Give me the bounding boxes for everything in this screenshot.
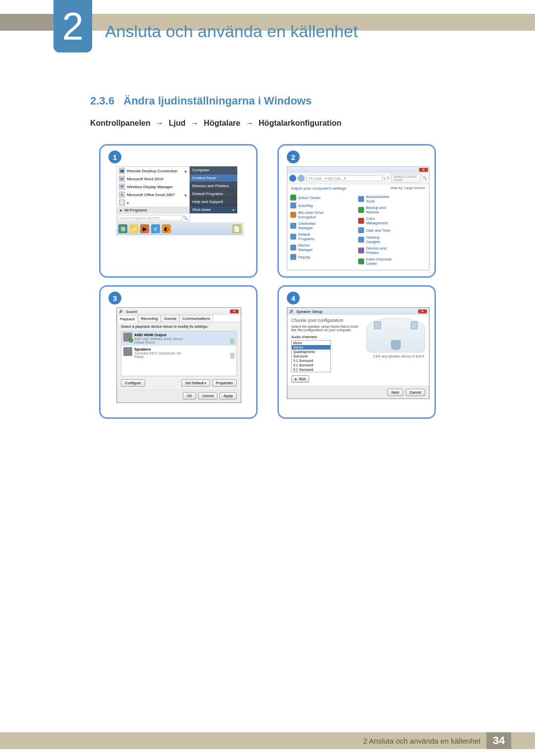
channels-listbox[interactable]: MonoStereoQuadraphonicSurround5.1 Surrou… bbox=[291, 340, 331, 372]
search-input[interactable]: Search programs and files bbox=[118, 215, 182, 221]
start-menu-right-item[interactable]: Default Programs bbox=[190, 190, 237, 198]
window-titlebar: 🔊 Speaker Setup ✕ bbox=[287, 308, 429, 315]
set-default-button[interactable]: Set Default bbox=[181, 379, 210, 387]
start-menu-right-item[interactable]: Devices and Printers bbox=[190, 182, 237, 190]
control-panel-item[interactable]: Date and Time bbox=[358, 226, 392, 234]
search-input[interactable]: Search Control Panel bbox=[391, 174, 421, 183]
test-button[interactable]: ▶ Test bbox=[291, 375, 309, 383]
path-field[interactable]: « ▸ Cont... ▸ All Cont... ▸ bbox=[306, 175, 382, 181]
nav-forward-icon[interactable] bbox=[298, 175, 305, 182]
tab-playback[interactable]: Playback bbox=[117, 315, 138, 322]
start-search-row: Search programs and files 🔍 bbox=[117, 214, 189, 222]
control-panel-item[interactable]: Color Management bbox=[358, 215, 392, 226]
properties-button[interactable]: Properties bbox=[212, 379, 237, 387]
cancel-button[interactable]: Cancel bbox=[198, 392, 217, 400]
channel-option[interactable]: Stereo bbox=[292, 345, 330, 350]
cp-header-row: Adjust your computer's settings View by:… bbox=[287, 184, 429, 193]
channel-option[interactable]: 5.1 Surround bbox=[292, 358, 330, 363]
channel-option[interactable]: 5.1 Surround bbox=[292, 363, 330, 367]
shutdown-button[interactable]: Shut down ▸ bbox=[190, 206, 237, 213]
cp-item-label: AutoPlay bbox=[298, 203, 313, 208]
taskbar-ie-icon[interactable]: e bbox=[151, 224, 160, 233]
start-menu-left: 📺Remote Desktop Connection▶WMicrosoft Wo… bbox=[116, 166, 190, 222]
taskbar-app-icon[interactable]: ◐ bbox=[162, 224, 171, 233]
control-panel-window: ✕ « ▸ Cont... ▸ All Cont... ▸ ▾ ↻ Search… bbox=[287, 166, 429, 270]
close-icon[interactable]: ✕ bbox=[419, 168, 428, 172]
cp-item-label: Devices and Printers bbox=[366, 246, 392, 255]
section-heading: Ändra ljudinställningarna i Windows bbox=[123, 95, 312, 107]
control-panel-item[interactable]: Devices and Printers bbox=[358, 245, 392, 256]
start-menu-item[interactable]: ⚙Wireless Display Manager bbox=[117, 183, 189, 191]
control-panel-item[interactable]: Backup and Restore bbox=[358, 204, 392, 215]
configure-button[interactable]: Configure bbox=[121, 379, 145, 387]
search-icon: 🔍 bbox=[182, 216, 188, 220]
cp-item-label: Default Programs bbox=[298, 232, 324, 241]
channel-option[interactable]: Surround bbox=[292, 354, 330, 358]
start-orb-icon[interactable]: ⊞ bbox=[118, 224, 127, 233]
cp-item-icon bbox=[358, 218, 364, 224]
triangle-icon: ▶ bbox=[120, 208, 122, 212]
submenu-arrow-icon: ▶ bbox=[185, 169, 187, 173]
cp-item-label: Desktop Gadgets bbox=[366, 235, 392, 244]
close-icon[interactable]: ✕ bbox=[418, 309, 427, 313]
section-number: 2.3.6 bbox=[90, 95, 114, 107]
start-menu-right-item[interactable]: Control Panel bbox=[190, 174, 237, 182]
cp-item-label: Date and Time bbox=[366, 228, 390, 233]
control-panel-item[interactable]: Device Manager bbox=[290, 242, 324, 253]
start-menu-right-item[interactable]: Computer bbox=[190, 166, 237, 174]
play-icon: ▶ bbox=[295, 377, 297, 381]
view-by-dropdown[interactable]: View by: Large icons ▾ bbox=[390, 186, 425, 191]
control-panel-item[interactable]: Action Center bbox=[290, 194, 324, 202]
footer-bar: 2 Ansluta och använda en källenhet 34 bbox=[0, 732, 535, 749]
tab-recording[interactable]: Recording bbox=[138, 315, 160, 322]
start-menu-item[interactable]: XMicrosoft Office Excel 2007▶ bbox=[117, 191, 189, 199]
device-status: Ready bbox=[134, 355, 228, 358]
cp-item-icon bbox=[290, 234, 296, 240]
cancel-button[interactable]: Cancel bbox=[406, 389, 425, 396]
start-menu-item[interactable]: 📄s bbox=[117, 199, 189, 206]
control-panel-item[interactable]: BitLocker Drive Encryption bbox=[290, 209, 324, 220]
channels-label: Audio channels: bbox=[291, 335, 363, 339]
tab-communications[interactable]: Communications bbox=[179, 315, 213, 322]
app-icon: ⚙ bbox=[119, 184, 125, 190]
channel-option[interactable]: Mono bbox=[292, 341, 330, 345]
control-panel-item[interactable]: Desktop Gadgets bbox=[358, 234, 392, 245]
cp-item-label: Credential Manager bbox=[298, 221, 324, 230]
all-programs-button[interactable]: ▶ All Programs bbox=[117, 206, 189, 214]
playback-device[interactable]: ✓AMD HDMI OutputAMD High Definition Audi… bbox=[121, 331, 236, 346]
speaker-left-icon[interactable] bbox=[374, 321, 381, 329]
panel-step-4: 4 🔊 Speaker Setup ✕ Choose your configur… bbox=[277, 285, 436, 419]
control-panel-item[interactable]: Ease of Access Center bbox=[358, 256, 392, 267]
cp-item-icon bbox=[358, 196, 364, 202]
taskbar-mediaplayer-icon[interactable]: ▶ bbox=[140, 224, 149, 233]
ok-button[interactable]: OK bbox=[183, 392, 196, 400]
control-panel-item[interactable]: Administrative Tools bbox=[358, 194, 392, 204]
start-menu-right-item[interactable]: Help and Support bbox=[190, 198, 237, 205]
control-panel-item[interactable]: Display bbox=[290, 253, 324, 261]
next-button[interactable]: Next bbox=[387, 389, 403, 396]
playback-device[interactable]: SpeakersConexant 20671 SmartAudio HDRead… bbox=[121, 346, 236, 360]
speaker-room-diagram bbox=[367, 318, 425, 353]
channel-option[interactable]: 5.1 Surround bbox=[292, 367, 330, 372]
app-label: Remote Desktop Connection bbox=[127, 169, 177, 173]
taskbar-explorer-icon[interactable]: 📁 bbox=[129, 224, 138, 233]
start-menu-item[interactable]: 📺Remote Desktop Connection▶ bbox=[117, 167, 189, 175]
cp-item-icon bbox=[358, 207, 364, 213]
arrow-icon: → bbox=[156, 119, 163, 127]
speaker-right-icon[interactable] bbox=[411, 321, 418, 329]
nav-back-icon[interactable] bbox=[289, 175, 296, 182]
close-icon[interactable]: ✕ bbox=[230, 309, 239, 313]
apply-button[interactable]: Apply bbox=[219, 392, 237, 400]
dialog-title: Sound bbox=[126, 309, 137, 314]
page-number: 34 bbox=[486, 732, 511, 749]
address-bar: « ▸ Cont... ▸ All Cont... ▸ ▾ ↻ Search C… bbox=[287, 173, 429, 184]
channel-option[interactable]: Quadraphonic bbox=[292, 350, 330, 354]
tab-sounds[interactable]: Sounds bbox=[161, 315, 179, 322]
control-panel-item[interactable]: Default Programs bbox=[290, 231, 324, 242]
start-menu-item[interactable]: WMicrosoft Word 2010 bbox=[117, 175, 189, 183]
cp-item-label: BitLocker Drive Encryption bbox=[298, 210, 324, 219]
control-panel-item[interactable]: AutoPlay bbox=[290, 202, 324, 209]
control-panel-item[interactable]: Credential Manager bbox=[290, 220, 324, 231]
taskbar-pinned-icon[interactable]: 📄 bbox=[232, 224, 241, 233]
submenu-arrow-icon: ▶ bbox=[185, 193, 187, 197]
